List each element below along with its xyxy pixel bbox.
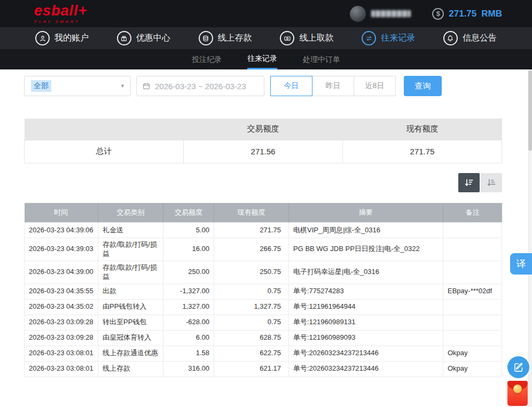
logo-text: esball+ [34, 4, 87, 18]
cell-type: 由PP钱包转入 [98, 299, 163, 315]
col-summary: 摘要 [289, 203, 443, 223]
cell-summary: 单号:121960989131 [289, 315, 443, 330]
nav-label: 往来记录 [381, 33, 415, 44]
logo[interactable]: esball+ PLAY SMART [34, 4, 87, 24]
cell-type: 存款/取款/打码/损益 [98, 261, 163, 284]
cell-time: 2026-03-23 03:08:01 [25, 361, 98, 377]
summary-table: 交易额度 现有额度 总计 271.56 271.75 [24, 119, 502, 163]
bell-icon [443, 31, 458, 45]
tab-transaction-records[interactable]: 往来记录 [247, 49, 277, 69]
scrollbar-thumb[interactable] [528, 71, 532, 151]
summary-total-transaction: 271.56 [184, 140, 343, 163]
cell-time: 2026-03-23 04:39:00 [25, 261, 98, 284]
cell-time: 2026-03-23 03:09:28 [25, 330, 98, 346]
cell-balance: 1,327.75 [214, 299, 289, 315]
cell-time: 2026-03-23 04:35:02 [25, 299, 98, 315]
cell-remark [443, 223, 502, 238]
sort-desc-icon [464, 177, 474, 188]
cell-amount: 16.00 [163, 238, 214, 261]
nav-item-account[interactable]: 我的账户 [35, 31, 89, 45]
summary-corner [25, 119, 184, 140]
cell-balance: 621.17 [214, 361, 289, 377]
main-nav: 我的账户 优惠中心 线上存款 线上取款 [0, 27, 532, 49]
cell-summary: 单号:202603234237213446 [289, 361, 443, 377]
yesterday-button[interactable]: 昨日 [312, 76, 354, 96]
gold-coin-icon [513, 385, 522, 393]
today-button[interactable]: 今日 [270, 76, 312, 96]
sort-bar [24, 173, 502, 192]
nav-label: 线上存款 [218, 33, 252, 44]
col-remark: 备注 [443, 203, 502, 223]
date-range-input[interactable]: 2026-03-23 ~ 2026-03-23 [136, 76, 264, 96]
nav-item-records[interactable]: 往来记录 [362, 31, 415, 45]
cell-type: 存款/取款/打码/损益 [98, 238, 163, 261]
nav-item-promotions[interactable]: 优惠中心 [117, 31, 170, 45]
cell-type: 线上存款通道优惠 [98, 346, 163, 361]
cell-summary: 单号:202603234237213446 [289, 346, 443, 361]
nav-label: 优惠中心 [136, 33, 170, 44]
cell-remark [443, 299, 502, 315]
summary-total-row: 总计 271.56 271.75 [25, 140, 502, 163]
cell-time: 2026-03-23 03:08:01 [25, 346, 98, 361]
balance[interactable]: $ 271.75 RMB [432, 8, 502, 20]
nav-item-deposit[interactable]: 线上存款 [199, 31, 252, 45]
feedback-button[interactable] [507, 356, 529, 378]
summary-total-balance: 271.75 [343, 140, 502, 163]
content: 全部 ▼ 2026-03-23 ~ 2026-03-23 今日 昨日 近8日 查… [24, 76, 502, 377]
cell-balance: 250.75 [214, 261, 289, 284]
table-row: 2026-03-23 04:35:02 由PP钱包转入 1,327.00 1,3… [25, 299, 502, 315]
cell-type: 由皇冠体育转入 [98, 330, 163, 346]
sort-asc-button[interactable] [481, 173, 502, 192]
table-row: 2026-03-23 04:35:55 出款 -1,327.00 0.75 单号… [25, 284, 502, 299]
cell-remark [443, 238, 502, 261]
records-header-row: 时间 交易类别 交易额度 现有额度 摘要 备注 [25, 203, 502, 223]
nav-item-announcements[interactable]: 信息公告 [443, 31, 497, 45]
date-range-value: 2026-03-23 ~ 2026-03-23 [155, 82, 246, 91]
nav-item-withdraw[interactable]: 线上取款 [280, 31, 333, 45]
table-row: 2026-03-23 03:09:28 由皇冠体育转入 6.00 628.75 … [25, 330, 502, 346]
table-row: 2026-03-23 03:08:01 线上存款 316.00 621.17 单… [25, 361, 502, 377]
nav-label: 线上取款 [299, 33, 333, 44]
balance-amount: 271.75 [449, 9, 476, 19]
cell-balance: 271.75 [214, 223, 289, 238]
col-balance: 现有额度 [214, 203, 289, 223]
cell-type: 线上存款 [98, 361, 163, 377]
table-row: 2026-03-23 04:39:06 礼金送 5.00 271.75 电棋VI… [25, 223, 502, 238]
red-envelope-button[interactable] [507, 381, 528, 406]
search-button[interactable]: 查询 [404, 76, 442, 96]
table-row: 2026-03-23 04:39:03 存款/取款/打码/损益 16.00 26… [25, 238, 502, 261]
topbar-right: $ 271.75 RMB [350, 6, 502, 22]
translate-button[interactable]: 译 [510, 253, 532, 275]
cell-balance: 622.75 [214, 346, 289, 361]
sort-desc-button[interactable] [458, 173, 480, 192]
cell-remark [443, 315, 502, 330]
sort-asc-icon [486, 177, 497, 188]
dollar-icon: $ [432, 8, 444, 20]
cell-remark [443, 330, 502, 346]
quick-range-group: 今日 昨日 近8日 [270, 76, 396, 96]
type-dropdown[interactable]: 全部 ▼ [24, 76, 131, 96]
top-bar: esball+ PLAY SMART $ 271.75 RMB [0, 0, 532, 27]
deposit-icon [199, 31, 213, 45]
cell-amount: 6.00 [163, 330, 214, 346]
cell-summary: 单号:775274283 [289, 284, 443, 299]
summary-col-balance: 现有额度 [343, 119, 502, 140]
table-row: 2026-03-23 03:09:28 转出至PP钱包 -628.00 0.75… [25, 315, 502, 330]
chevron-down-icon: ▼ [120, 83, 125, 89]
user-menu[interactable] [350, 6, 411, 22]
last8days-button[interactable]: 近8日 [354, 76, 396, 96]
withdraw-icon [280, 31, 294, 45]
cell-amount: 316.00 [163, 361, 214, 377]
cell-remark: Okpay [443, 346, 502, 361]
cell-remark: Okpay [443, 361, 502, 377]
transfer-records-icon [362, 31, 376, 45]
tab-processing-orders[interactable]: 处理中订单 [303, 49, 340, 69]
account-icon [35, 31, 50, 45]
cell-amount: 250.00 [163, 261, 214, 284]
cell-amount: -628.00 [163, 315, 214, 330]
tab-betting-records[interactable]: 投注纪录 [192, 49, 222, 69]
col-type: 交易类别 [98, 203, 163, 223]
scrollbar[interactable] [528, 69, 532, 407]
cell-amount: 1.58 [163, 346, 214, 361]
cell-summary: PG BB WG JDB PP日日投注|电-全_0322 [289, 238, 443, 261]
